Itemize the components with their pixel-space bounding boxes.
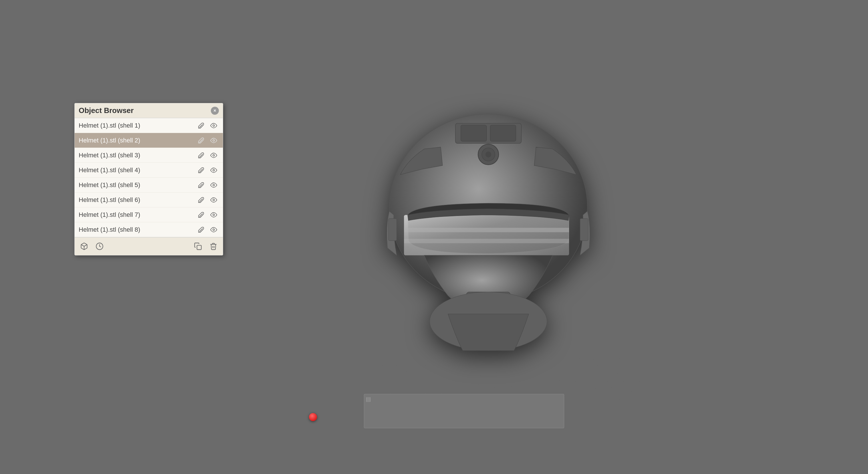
- visibility-icon-8[interactable]: [209, 225, 219, 235]
- visibility-icon-3[interactable]: [209, 150, 219, 160]
- add-object-button[interactable]: [79, 241, 90, 252]
- object-label-6: Helmet (1).stl (shell 6): [79, 196, 194, 204]
- svg-rect-3: [490, 125, 516, 141]
- footer-right: [192, 241, 219, 252]
- svg-rect-7: [389, 219, 397, 241]
- svg-rect-11: [404, 239, 569, 243]
- visibility-icon-1[interactable]: [209, 120, 219, 131]
- viewport: ▤: [0, 0, 868, 474]
- object-row-2[interactable]: Helmet (1).stl (shell 2): [75, 133, 223, 148]
- svg-point-6: [486, 151, 492, 157]
- material-icon-3[interactable]: [196, 150, 206, 160]
- material-icon-7[interactable]: [196, 210, 206, 220]
- panel-header: Object Browser ×: [75, 103, 223, 118]
- object-row-4[interactable]: Helmet (1).stl (shell 4): [75, 163, 223, 178]
- footer-left: [79, 241, 105, 252]
- object-row-5[interactable]: Helmet (1).stl (shell 5): [75, 178, 223, 192]
- svg-point-22: [213, 169, 215, 171]
- svg-point-18: [213, 139, 215, 141]
- svg-point-16: [213, 125, 215, 126]
- material-icon-2[interactable]: [196, 135, 206, 146]
- object-label-5: Helmet (1).stl (shell 5): [79, 181, 194, 189]
- object-label-4: Helmet (1).stl (shell 4): [79, 166, 194, 174]
- svg-point-20: [213, 155, 215, 156]
- material-icon-5[interactable]: [196, 180, 206, 190]
- panel-footer: [75, 237, 223, 255]
- material-icon-1[interactable]: [196, 120, 206, 131]
- duplicate-button[interactable]: [192, 241, 204, 252]
- material-icon-8[interactable]: [196, 225, 206, 235]
- object-label-2: Helmet (1).stl (shell 2): [79, 137, 194, 144]
- recent-button[interactable]: [94, 241, 105, 252]
- object-row-6[interactable]: Helmet (1).stl (shell 6): [75, 192, 223, 208]
- visibility-icon-4[interactable]: [209, 165, 219, 176]
- object-list: Helmet (1).stl (shell 1) Helmet (1).stl …: [75, 118, 223, 237]
- panel-title: Object Browser: [79, 106, 134, 115]
- svg-rect-8: [580, 219, 588, 241]
- svg-point-28: [213, 214, 215, 216]
- material-icon-6[interactable]: [196, 195, 206, 205]
- object-row-3[interactable]: Helmet (1).stl (shell 3): [75, 148, 223, 163]
- object-label-3: Helmet (1).stl (shell 3): [79, 152, 194, 159]
- svg-rect-33: [197, 246, 202, 250]
- object-browser-panel: Object Browser × Helmet (1).stl (shell 1…: [74, 103, 223, 255]
- visibility-icon-7[interactable]: [209, 210, 219, 220]
- material-icon-4[interactable]: [196, 165, 206, 176]
- helmet-model: [360, 101, 617, 387]
- svg-rect-9: [404, 215, 569, 255]
- object-row-7[interactable]: Helmet (1).stl (shell 7): [75, 208, 223, 222]
- close-button[interactable]: ×: [211, 107, 219, 115]
- visibility-icon-5[interactable]: [209, 180, 219, 190]
- svg-rect-10: [404, 228, 569, 232]
- svg-point-30: [213, 229, 215, 230]
- svg-point-24: [213, 184, 215, 186]
- visibility-icon-2[interactable]: [209, 135, 219, 146]
- visibility-icon-6[interactable]: [209, 195, 219, 205]
- object-label-7: Helmet (1).stl (shell 7): [79, 211, 194, 219]
- svg-point-26: [213, 199, 215, 201]
- delete-button[interactable]: [208, 241, 219, 252]
- object-label-1: Helmet (1).stl (shell 1): [79, 122, 194, 129]
- object-row-8[interactable]: Helmet (1).stl (shell 8): [75, 222, 223, 237]
- object-label-8: Helmet (1).stl (shell 8): [79, 226, 194, 233]
- object-row-1[interactable]: Helmet (1).stl (shell 1): [75, 118, 223, 133]
- svg-rect-2: [461, 125, 487, 141]
